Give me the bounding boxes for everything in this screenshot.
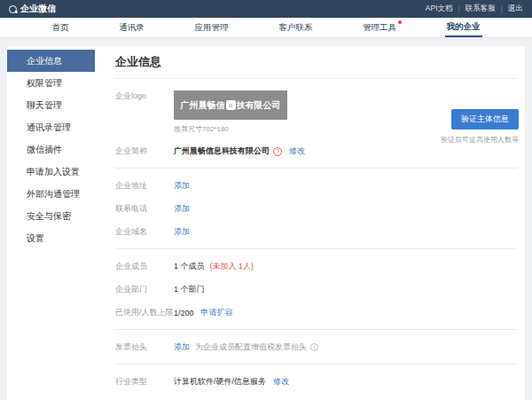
row-seat-quota: 已使用/人数上限 1/200 申请扩容: [115, 307, 518, 318]
topbar-links: API文档 | 联系客服 | 退出: [426, 4, 523, 14]
logo-size-hint: 推荐尺寸702*180: [174, 124, 287, 134]
divider: |: [458, 4, 460, 13]
invoice-note: 为企业成员配置增值税发票抬头: [195, 341, 307, 353]
verify-panel: 验证主体信息 验证后可提高使用人数等: [441, 109, 519, 145]
row-enterprise-departments: 企业部门 1 个部门: [115, 284, 518, 295]
members-count: 1 个成员: [174, 261, 205, 272]
sidebar-item-permission-management[interactable]: 权限管理: [7, 72, 95, 94]
page: 企业信息 权限管理 聊天管理 通讯录管理 微信插件 申请加入设置 外部沟通管理 …: [0, 38, 532, 400]
contact-support-link[interactable]: 联系客服: [466, 4, 496, 14]
help-icon[interactable]: ?: [273, 147, 282, 156]
content-card: 企业信息 权限管理 聊天管理 通讯录管理 微信插件 申请加入设置 外部沟通管理 …: [7, 46, 525, 400]
sidebar-item-contacts-management[interactable]: 通讯录管理: [7, 116, 95, 138]
row-label: 行业类型: [115, 376, 174, 388]
verify-identity-button[interactable]: 验证主体信息: [451, 109, 519, 129]
divider: [115, 329, 518, 330]
row-enterprise-shortname: 企业简称 广州晨畅信息科技有限公司 ? 修改: [115, 145, 518, 157]
tab-admin-tools[interactable]: 管理工具: [361, 18, 398, 37]
row-label: 企业域名: [115, 226, 174, 238]
add-invoice-link[interactable]: 添加: [174, 341, 190, 353]
tab-customer-contact[interactable]: 客户联系: [277, 18, 314, 37]
add-domain-link[interactable]: 添加: [174, 226, 190, 238]
row-label: 企业logo: [115, 90, 174, 102]
tab-home[interactable]: 首页: [50, 18, 70, 37]
divider: [115, 168, 518, 169]
tab-contacts[interactable]: 通讯录: [117, 18, 146, 37]
divider: [115, 364, 518, 365]
row-enterprise-address: 企业地址 添加: [115, 180, 518, 192]
logout-link[interactable]: 退出: [508, 4, 523, 14]
main-panel: 企业信息 验证主体信息 验证后可提高使用人数等 企业logo 广州晨畅信o技有限…: [95, 46, 525, 400]
brand: 企业微信: [9, 3, 56, 15]
divider: [115, 248, 518, 249]
sidebar-item-external-communication[interactable]: 外部沟通管理: [7, 183, 95, 205]
page-title: 企业信息: [115, 54, 518, 79]
departments-count: 1 个部门: [174, 284, 205, 295]
add-address-link[interactable]: 添加: [174, 180, 190, 192]
row-label: 企业成员: [115, 261, 174, 272]
row-enterprise-members: 企业成员 1 个成员 (未加入 1人): [115, 261, 518, 272]
modify-industry-link[interactable]: 修改: [273, 376, 289, 388]
industry-value: 计算机软件/硬件/信息服务: [174, 376, 266, 388]
row-label: 发票抬头: [115, 341, 174, 353]
row-label: 企业地址: [115, 180, 174, 192]
verify-caption: 验证后可提高使用人数等: [441, 135, 519, 145]
row-label: 联系电话: [115, 203, 174, 215]
sidebar-item-security-privacy[interactable]: 安全与保密: [7, 205, 95, 227]
sidebar-item-chat-management[interactable]: 聊天管理: [7, 94, 95, 116]
sidebar-item-enterprise-info[interactable]: 企业信息: [7, 50, 95, 72]
divider: |: [501, 4, 503, 13]
red-dot-badge: [398, 20, 402, 24]
members-not-joined-note: (未加入 1人): [210, 261, 254, 272]
modify-shortname-link[interactable]: 修改: [289, 145, 305, 157]
enterprise-logo-image[interactable]: 广州晨畅信o技有限公司: [174, 90, 287, 120]
sidebar-item-settings[interactable]: 设置: [7, 227, 95, 249]
shortname-value: 广州晨畅信息科技有限公司: [174, 145, 270, 157]
row-label: 企业部门: [115, 284, 174, 295]
sidebar-item-wechat-plugin[interactable]: 微信插件: [7, 138, 95, 161]
row-label: 已使用/人数上限: [115, 307, 174, 318]
row-label: 企业简称: [115, 145, 174, 157]
api-docs-link[interactable]: API文档: [426, 4, 453, 14]
row-industry-type: 行业类型 计算机软件/硬件/信息服务 修改: [115, 376, 518, 388]
brand-name: 企业微信: [20, 3, 56, 15]
row-enterprise-domain: 企业域名 添加: [115, 226, 518, 238]
info-icon[interactable]: i: [310, 343, 318, 351]
apply-expand-link[interactable]: 申请扩容: [201, 307, 233, 318]
quota-value: 1/200: [174, 309, 194, 318]
topbar: 企业微信 API文档 | 联系客服 | 退出: [0, 0, 532, 18]
sidebar-item-join-settings[interactable]: 申请加入设置: [7, 161, 95, 183]
row-invoice-title: 发票抬头 添加 为企业成员配置增值税发票抬头 i: [115, 341, 518, 353]
wechat-work-logo-icon: [9, 5, 17, 13]
logo-badge-icon: o: [226, 100, 236, 110]
sidebar: 企业信息 权限管理 聊天管理 通讯录管理 微信插件 申请加入设置 外部沟通管理 …: [7, 46, 95, 400]
add-phone-link[interactable]: 添加: [174, 203, 190, 215]
tab-app-management[interactable]: 应用管理: [192, 18, 230, 37]
row-contact-phone: 联系电话 添加: [115, 203, 518, 215]
tab-my-enterprise[interactable]: 我的企业: [445, 18, 482, 37]
nav-tabs: 首页 通讯录 应用管理 客户联系 管理工具 我的企业: [0, 18, 532, 38]
